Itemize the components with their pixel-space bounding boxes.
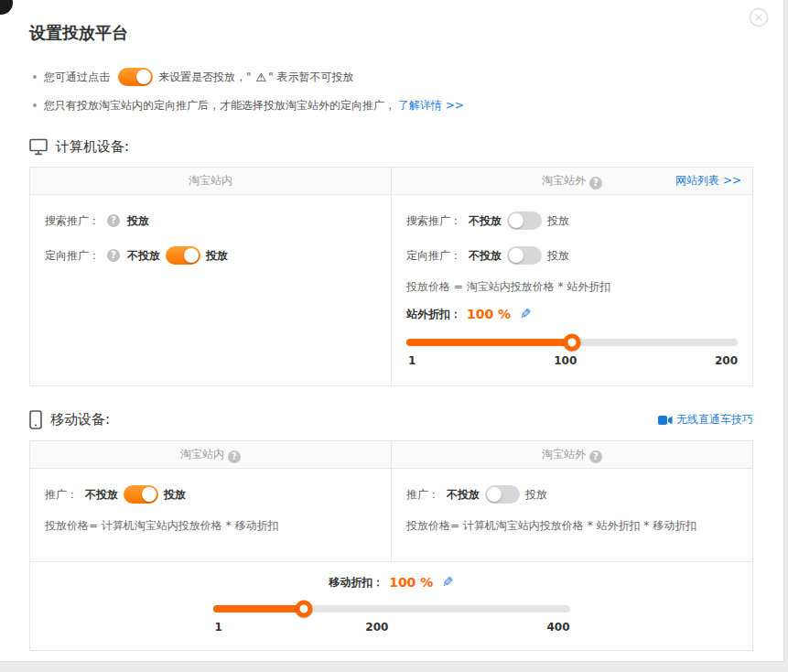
page-title: 设置投放平台 bbox=[29, 0, 753, 44]
col-header-offsite: 淘宝站外? 网站列表 >> bbox=[391, 168, 752, 194]
scale-max: 200 bbox=[715, 354, 738, 367]
scale-min: 1 bbox=[215, 621, 222, 634]
edit-icon[interactable]: ✎ bbox=[442, 574, 454, 591]
mobile-onsite-cell: 推广： 不投放 投放 投放价格= 计算机淘宝站内投放价格 * 移动折扣 bbox=[30, 469, 392, 561]
offsite-search-row: 搜索推广： 不投放 投放 bbox=[406, 210, 738, 232]
note-text: 来设置是否投放，" bbox=[158, 70, 252, 85]
help-icon[interactable]: ? bbox=[589, 177, 602, 190]
scale-min: 1 bbox=[408, 354, 416, 367]
state-off-label: 不投放 bbox=[127, 248, 160, 264]
slider-thumb[interactable] bbox=[564, 334, 581, 352]
discount-label: 移动折扣： bbox=[329, 575, 383, 591]
help-icon[interactable]: ? bbox=[228, 450, 241, 463]
offsite-target-row: 定向推广： 不投放 投放 bbox=[406, 244, 738, 266]
state-on-label: 投放 bbox=[206, 248, 228, 264]
slider-fill bbox=[406, 339, 572, 346]
mobile-onsite-row: 推广： 不投放 投放 bbox=[45, 483, 376, 505]
offsite-target-toggle[interactable] bbox=[507, 246, 542, 265]
offsite-price-formula: 投放价格 = 淘宝站内投放价格 * 站外折扣 bbox=[406, 279, 738, 295]
toggle-knob bbox=[487, 487, 502, 502]
help-icon[interactable]: ? bbox=[589, 450, 602, 463]
mobile-discount-line: 移动折扣： 100 % ✎ bbox=[30, 574, 752, 591]
state-off-label: 不投放 bbox=[469, 248, 502, 264]
discount-value: 100 % bbox=[467, 307, 511, 321]
col-header-label: 淘宝站外 bbox=[542, 174, 586, 187]
wireless-tips-link[interactable]: 无线直通车技巧 bbox=[658, 412, 753, 428]
computer-offsite-cell: 搜索推广： 不投放 投放 定向推广： 不投放 投放 投放价格 = 淘宝站内投放价… bbox=[392, 195, 752, 385]
site-list-link[interactable]: 网站列表 >> bbox=[675, 168, 741, 194]
wireless-tips-label: 无线直通车技巧 bbox=[676, 412, 753, 428]
edit-icon[interactable]: ✎ bbox=[520, 306, 532, 322]
toggle-knob bbox=[509, 213, 524, 228]
computer-section-header: 计算机设备: bbox=[29, 138, 753, 156]
row-label: 推广： bbox=[406, 487, 439, 503]
computer-icon bbox=[29, 138, 48, 156]
computer-section-title: 计算机设备: bbox=[56, 138, 129, 156]
notes: 您可通过点击 来设置是否投放，" ⚠ " 表示暂不可投放 您只有投放淘宝站内的定… bbox=[29, 68, 753, 114]
mobile-table: 淘宝站内? 淘宝站外? 推广： 不投放 投放 投放价格= 计算机淘宝站内投放价格… bbox=[29, 440, 753, 651]
state-on-label: 投放 bbox=[164, 487, 186, 503]
col-header-label: 淘宝站外 bbox=[542, 448, 586, 461]
mobile-discount-slider[interactable] bbox=[213, 605, 570, 612]
help-icon[interactable]: ? bbox=[107, 214, 120, 227]
note-text: 您可通过点击 bbox=[44, 70, 110, 85]
row-label: 搜索推广： bbox=[406, 213, 461, 229]
toggle-knob bbox=[142, 487, 157, 502]
discount-label: 站外折扣： bbox=[406, 307, 461, 322]
col-header-onsite: 淘宝站内? bbox=[30, 441, 391, 468]
row-label: 推广： bbox=[45, 487, 78, 503]
row-label: 搜索推广： bbox=[45, 213, 100, 229]
state-off-label: 不投放 bbox=[85, 487, 118, 503]
col-header-offsite: 淘宝站外? bbox=[391, 441, 752, 468]
bullet-icon bbox=[33, 75, 37, 79]
mobile-table-header: 淘宝站内? 淘宝站外? bbox=[30, 441, 752, 469]
col-header-label: 淘宝站内 bbox=[189, 174, 232, 187]
help-icon[interactable]: ? bbox=[107, 249, 120, 262]
mobile-offsite-formula: 投放价格= 计算机淘宝站内投放价格 * 站外折扣 * 移动折扣 bbox=[406, 518, 738, 534]
state-off-label: 不投放 bbox=[447, 487, 480, 503]
mobile-slider-scale: 1 200 400 bbox=[213, 621, 570, 635]
learn-more-link[interactable]: 了解详情 >> bbox=[398, 98, 464, 114]
onsite-target-row: 定向推广： ? 不投放 投放 bbox=[45, 244, 376, 266]
col-header-label: 淘宝站内 bbox=[180, 448, 224, 461]
mobile-onsite-formula: 投放价格= 计算机淘宝站内投放价格 * 移动折扣 bbox=[45, 518, 376, 534]
slider-fill bbox=[213, 605, 303, 612]
offsite-discount-slider[interactable] bbox=[406, 339, 738, 346]
bullet-icon bbox=[33, 103, 37, 107]
state-on-label: 投放 bbox=[525, 487, 547, 503]
warning-icon: ⚠ bbox=[256, 70, 267, 84]
close-icon[interactable] bbox=[749, 7, 769, 27]
onsite-search-row: 搜索推广： ? 投放 bbox=[45, 210, 376, 232]
state-on-label: 投放 bbox=[547, 248, 569, 264]
state-off-label: 不投放 bbox=[469, 213, 502, 229]
row-label: 定向推广： bbox=[406, 248, 461, 264]
example-toggle-icon bbox=[118, 68, 153, 86]
offsite-discount-line: 站外折扣： 100 % ✎ bbox=[406, 306, 738, 322]
note-targeting-hint: 您只有投放淘宝站内的定向推广后，才能选择投放淘宝站外的定向推广， 了解详情 >> bbox=[29, 96, 753, 114]
col-header-onsite: 淘宝站内 bbox=[30, 168, 391, 194]
note-toggle-hint: 您可通过点击 来设置是否投放，" ⚠ " 表示暂不可投放 bbox=[29, 68, 753, 86]
settings-dialog: 设置投放平台 您可通过点击 来设置是否投放，" ⚠ " 表示暂不可投放 您只有投… bbox=[0, 0, 784, 662]
mobile-offsite-toggle[interactable] bbox=[485, 485, 520, 504]
note-text: 您只有投放淘宝站内的定向推广后，才能选择投放淘宝站外的定向推广， bbox=[44, 98, 395, 114]
mobile-offsite-row: 推广： 不投放 投放 bbox=[406, 483, 738, 505]
state-on-label: 投放 bbox=[547, 213, 569, 229]
mobile-offsite-cell: 推广： 不投放 投放 投放价格= 计算机淘宝站内投放价格 * 站外折扣 * 移动… bbox=[392, 469, 752, 561]
scale-mid: 200 bbox=[365, 621, 388, 634]
note-text: " 表示暂不可投放 bbox=[268, 70, 353, 85]
onsite-target-toggle[interactable] bbox=[166, 246, 200, 265]
slider-thumb[interactable] bbox=[295, 601, 312, 618]
scale-max: 400 bbox=[546, 621, 569, 634]
computer-table-header: 淘宝站内 淘宝站外? 网站列表 >> bbox=[30, 168, 752, 195]
video-icon bbox=[658, 415, 673, 426]
mobile-onsite-toggle[interactable] bbox=[124, 485, 158, 504]
mobile-slider-wrap: 1 200 400 bbox=[213, 605, 570, 635]
computer-table: 淘宝站内 淘宝站外? 网站列表 >> 搜索推广： ? 投放 定向推广： ? bbox=[29, 167, 753, 386]
mobile-section-header: 移动设备: 无线直通车技巧 bbox=[29, 410, 753, 429]
scale-mid: 100 bbox=[554, 354, 577, 367]
toggle-knob bbox=[184, 248, 199, 263]
offsite-search-toggle[interactable] bbox=[507, 211, 542, 230]
mobile-phone-icon bbox=[29, 410, 42, 429]
state-label: 投放 bbox=[127, 213, 149, 229]
mobile-table-body: 推广： 不投放 投放 投放价格= 计算机淘宝站内投放价格 * 移动折扣 推广： … bbox=[30, 469, 752, 561]
